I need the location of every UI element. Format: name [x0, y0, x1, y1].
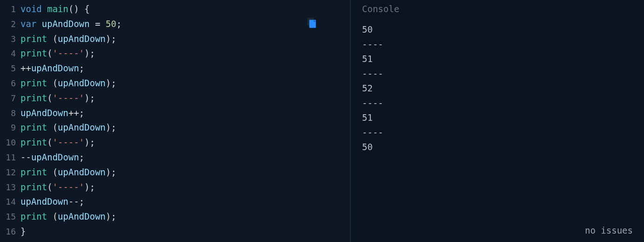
line-content[interactable]: --upAndDown; [20, 150, 84, 165]
line-content[interactable]: void main() { [20, 2, 90, 17]
token-punct: ; [79, 152, 84, 162]
copy-icon [305, 17, 317, 29]
token-punct: } [20, 226, 26, 236]
line-number: 14 [0, 194, 20, 209]
code-line[interactable]: 11--upAndDown; [0, 150, 350, 165]
code-lines-container[interactable]: 1void main() {2var upAndDown = 50;3print… [0, 2, 350, 239]
token-punct: ( [53, 78, 58, 88]
token-ident2: upAndDown [58, 211, 106, 221]
token-punct: ); [106, 167, 116, 177]
code-line[interactable]: 8upAndDown++; [0, 106, 350, 121]
line-number: 10 [0, 135, 20, 150]
code-line[interactable]: 2var upAndDown = 50; [0, 17, 350, 32]
console-line: 51 [362, 111, 644, 125]
token-punct: ++ [20, 63, 31, 73]
line-number: 3 [0, 32, 20, 47]
token-punct: ( [53, 211, 58, 221]
line-content[interactable]: var upAndDown = 50; [20, 17, 121, 32]
line-number: 8 [0, 106, 20, 121]
token-punct: ; [79, 63, 84, 73]
token-plain [47, 78, 52, 88]
token-punct: ); [106, 34, 116, 44]
token-number: 50 [106, 19, 116, 29]
token-punct: () [68, 4, 79, 14]
line-content[interactable]: upAndDown--; [20, 194, 84, 209]
line-number: 11 [0, 150, 20, 165]
line-content[interactable]: print (upAndDown); [20, 165, 116, 180]
token-punct: ); [84, 93, 95, 103]
token-punct: ( [53, 122, 58, 132]
token-func: print [20, 167, 47, 177]
token-punct: ( [47, 93, 52, 103]
token-plain [36, 19, 41, 29]
code-line[interactable]: 14upAndDown--; [0, 194, 350, 209]
console-line: ---- [362, 125, 644, 140]
token-plain [47, 211, 52, 221]
token-func: print [20, 48, 47, 58]
code-line[interactable]: 16} [0, 224, 350, 239]
token-plain [47, 167, 52, 177]
token-ident2: upAndDown [58, 167, 106, 177]
code-line[interactable]: 9print (upAndDown); [0, 120, 350, 135]
token-ident2: upAndDown [20, 108, 68, 118]
line-number: 5 [0, 61, 20, 76]
line-number: 12 [0, 165, 20, 180]
line-content[interactable]: print('----'); [20, 180, 95, 195]
line-content[interactable]: print('----'); [20, 91, 95, 106]
token-punct: ( [47, 137, 52, 147]
line-content[interactable]: print('----'); [20, 135, 95, 150]
code-line[interactable]: 15print (upAndDown); [0, 209, 350, 224]
code-line[interactable]: 4print('----'); [0, 46, 350, 61]
token-func: print [20, 137, 47, 147]
token-punct: { [84, 4, 89, 14]
code-line[interactable]: 13print('----'); [0, 180, 350, 195]
token-plain [42, 4, 47, 14]
line-number: 9 [0, 120, 20, 135]
console-output: 50----51----52----51----50 [362, 22, 644, 242]
token-ident2: upAndDown [58, 34, 106, 44]
line-number: 6 [0, 76, 20, 91]
token-punct: ); [106, 211, 116, 221]
line-content[interactable]: print (upAndDown); [20, 120, 116, 135]
token-string: '----' [53, 48, 85, 58]
token-string: '----' [53, 137, 85, 147]
token-func: print [20, 34, 47, 44]
console-line: ---- [362, 96, 644, 111]
code-line[interactable]: 7print('----'); [0, 91, 350, 106]
code-line[interactable]: 5++upAndDown; [0, 61, 350, 76]
token-plain [90, 19, 95, 29]
code-line[interactable]: 6print (upAndDown); [0, 76, 350, 91]
console-line: 50 [362, 22, 644, 37]
line-content[interactable]: ++upAndDown; [20, 61, 84, 76]
token-punct: ); [106, 122, 116, 132]
code-line[interactable]: 10print('----'); [0, 135, 350, 150]
token-punct: ; [116, 19, 121, 29]
code-editor-pane[interactable]: 1void main() {2var upAndDown = 50;3print… [0, 0, 350, 242]
token-punct: ); [106, 78, 116, 88]
token-keyword: var [20, 19, 36, 29]
token-func: print [20, 211, 47, 221]
token-plain [47, 122, 52, 132]
line-number: 13 [0, 180, 20, 195]
line-content[interactable]: upAndDown++; [20, 106, 84, 121]
token-ident2: upAndDown [58, 122, 106, 132]
copy-button[interactable] [305, 17, 317, 29]
line-content[interactable]: print('----'); [20, 46, 95, 61]
token-punct: ); [84, 137, 95, 147]
status-text: no issues [585, 225, 633, 235]
line-content[interactable]: print (upAndDown); [20, 76, 116, 91]
console-pane: Console 50----51----52----51----50 no is… [350, 0, 644, 242]
token-func: print [20, 182, 47, 192]
token-punct: ( [47, 182, 52, 192]
line-content[interactable]: print (upAndDown); [20, 32, 116, 47]
code-line[interactable]: 3print (upAndDown); [0, 32, 350, 47]
token-punct: ( [47, 48, 52, 58]
console-line: 52 [362, 81, 644, 96]
token-ident2: upAndDown [31, 152, 79, 162]
token-ident2: upAndDown [58, 78, 106, 88]
code-line[interactable]: 1void main() { [0, 2, 350, 17]
line-content[interactable]: } [20, 224, 26, 239]
token-keyword: void [20, 4, 42, 14]
code-line[interactable]: 12print (upAndDown); [0, 165, 350, 180]
line-content[interactable]: print (upAndDown); [20, 209, 116, 224]
